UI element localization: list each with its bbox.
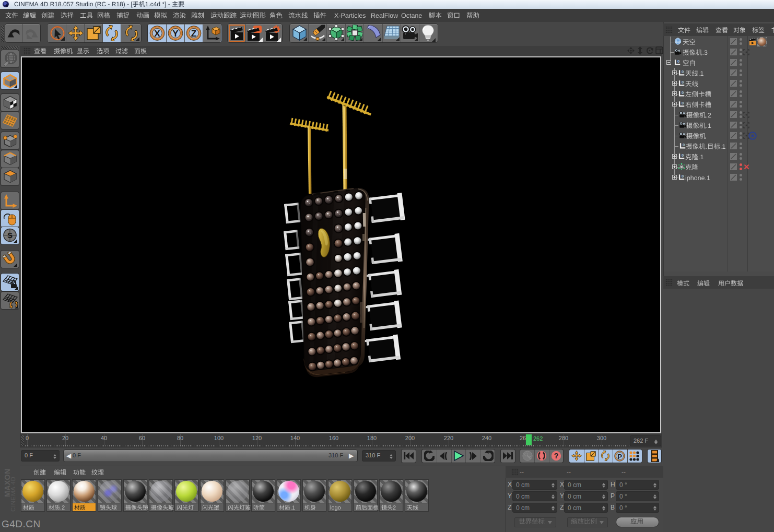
svg-text:0: 0 [683,143,685,147]
svg-text:0: 0 [682,69,684,74]
svg-text:S: S [7,231,13,240]
svg-text:P: P [617,453,622,460]
svg-text:0: 0 [682,174,684,179]
svg-text:0: 0 [677,59,680,64]
svg-text:0: 0 [682,101,684,105]
svg-text:X: X [154,29,160,39]
svg-text:0: 0 [682,153,684,158]
svg-text:0: 0 [682,90,684,95]
svg-text:?: ? [554,452,559,460]
svg-text:Y: Y [172,29,179,39]
svg-text:Z: Z [191,29,196,39]
svg-text:0: 0 [682,80,684,85]
